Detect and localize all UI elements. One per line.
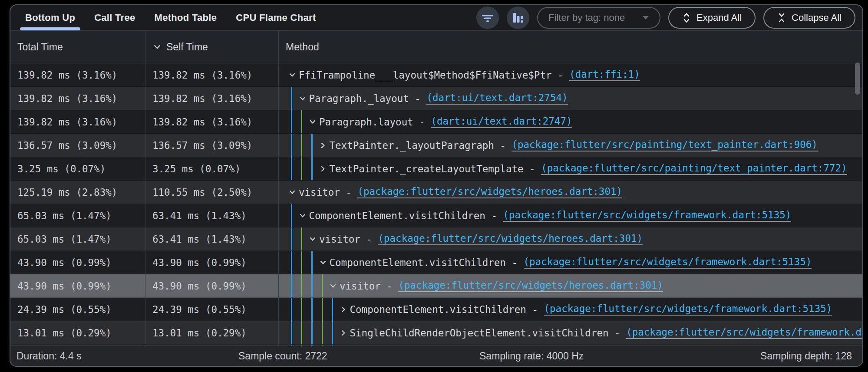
total-time-cell: 139.82 ms (3.16%) bbox=[10, 63, 145, 86]
vertical-scrollbar-thumb[interactable] bbox=[855, 63, 860, 95]
tab-method-table[interactable]: Method Table bbox=[145, 5, 227, 30]
tree-guide-line bbox=[291, 298, 292, 321]
method-name: ComponentElement.visitChildren bbox=[350, 304, 526, 315]
tree-guide-line bbox=[311, 157, 313, 180]
table-row[interactable]: 139.82 ms (3.16%)139.82 ms (3.16%)FfiTra… bbox=[10, 63, 862, 87]
chevron-down-icon[interactable] bbox=[319, 258, 327, 267]
total-time-cell: 13.01 ms (0.29%) bbox=[10, 321, 145, 344]
method-cell: visitor - (package:flutter/src/widgets/h… bbox=[279, 227, 862, 250]
tree-guide-line bbox=[291, 227, 292, 250]
chevron-down-icon[interactable] bbox=[329, 282, 337, 290]
table-row[interactable]: 65.03 ms (1.47%)63.41 ms (1.43%)visitor … bbox=[10, 227, 862, 251]
self-time-cell: 139.82 ms (3.16%) bbox=[145, 63, 279, 86]
chevron-right-icon[interactable] bbox=[319, 165, 327, 173]
method-name: FfiTrampoline___layout$Method$FfiNative$… bbox=[299, 69, 551, 81]
unfold-more-icon bbox=[682, 12, 691, 23]
table-row[interactable]: 65.03 ms (1.47%)63.41 ms (1.43%)Componen… bbox=[10, 204, 862, 227]
total-time-cell: 125.19 ms (2.83%) bbox=[10, 181, 145, 204]
method-name: visitor bbox=[340, 280, 381, 292]
chevron-down-icon[interactable] bbox=[298, 94, 307, 103]
tree-guide-line bbox=[311, 134, 313, 157]
method-cell: Paragraph._layout - (dart:ui/text.dart:2… bbox=[279, 87, 862, 110]
column-header-total-time[interactable]: Total Time bbox=[10, 31, 145, 63]
column-header-method[interactable]: Method bbox=[279, 31, 862, 63]
column-header-self-time[interactable]: Self Time bbox=[145, 31, 279, 63]
tree-guide-line bbox=[311, 274, 313, 297]
table-row[interactable]: 13.01 ms (0.29%)13.01 ms (0.29%)SingleCh… bbox=[10, 321, 862, 345]
source-link[interactable]: (package:flutter/src/widgets/framework.d… bbox=[503, 209, 792, 222]
display-options-button[interactable] bbox=[507, 7, 529, 29]
method-cell: ComponentElement.visitChildren - (packag… bbox=[279, 251, 862, 274]
table-row[interactable]: 43.90 ms (0.99%)43.90 ms (0.99%)visitor … bbox=[10, 274, 862, 298]
tab-bottom-up[interactable]: Bottom Up bbox=[16, 5, 85, 30]
method-separator: - bbox=[526, 304, 544, 315]
tab-call-tree[interactable]: Call Tree bbox=[85, 5, 145, 30]
tree-guide-line bbox=[291, 204, 292, 227]
tree-guide-line bbox=[291, 321, 292, 344]
self-time-cell: 63.41 ms (1.43%) bbox=[145, 204, 279, 227]
toolbar: Filter by tag: none Expand All bbox=[476, 7, 862, 29]
chevron-right-icon[interactable] bbox=[319, 141, 327, 150]
method-name: ComponentElement.visitChildren bbox=[330, 257, 506, 268]
source-link[interactable]: (package:flutter/src/widgets/heroes.dart… bbox=[398, 280, 663, 292]
filter-by-tag-label: Filter by tag: none bbox=[548, 12, 625, 23]
table-row[interactable]: 24.39 ms (0.55%)24.39 ms (0.55%)Componen… bbox=[10, 298, 862, 321]
tree-guide-line bbox=[332, 321, 333, 344]
source-link[interactable]: (dart:ui/text.dart:2747) bbox=[431, 115, 572, 128]
tree-guide-line bbox=[322, 298, 323, 321]
tab-cpu-flame-chart[interactable]: CPU Flame Chart bbox=[226, 5, 325, 30]
tab-bar: Bottom UpCall TreeMethod TableCPU Flame … bbox=[10, 5, 862, 30]
total-time-cell: 139.82 ms (3.16%) bbox=[10, 110, 145, 133]
method-separator: - bbox=[409, 93, 427, 104]
source-link[interactable]: (dart:ui/text.dart:2754) bbox=[426, 92, 568, 105]
tab-label: CPU Flame Chart bbox=[236, 12, 316, 23]
method-header-label: Method bbox=[286, 41, 319, 53]
table-row[interactable]: 139.82 ms (3.16%)139.82 ms (3.16%)Paragr… bbox=[10, 87, 862, 110]
table-row[interactable]: 3.25 ms (0.07%)3.25 ms (0.07%)TextPainte… bbox=[10, 157, 862, 181]
chevron-down-icon[interactable] bbox=[288, 71, 297, 79]
table-header: Total Time Self Time Method bbox=[10, 30, 862, 63]
chevron-down-icon[interactable] bbox=[288, 188, 297, 197]
self-time-cell: 139.82 ms (3.16%) bbox=[145, 87, 279, 110]
filter-button[interactable] bbox=[476, 7, 499, 29]
expand-all-label: Expand All bbox=[696, 12, 742, 23]
total-time-header-label: Total Time bbox=[17, 41, 63, 53]
source-link[interactable]: (package:flutter/src/widgets/heroes.dart… bbox=[357, 186, 622, 198]
source-link[interactable]: (package:flutter/src/widgets/framework.d… bbox=[626, 326, 862, 339]
method-cell: visitor - (package:flutter/src/widgets/h… bbox=[279, 274, 862, 297]
source-link[interactable]: (package:flutter/src/painting/text_paint… bbox=[541, 162, 847, 175]
chevron-down-icon[interactable] bbox=[308, 235, 317, 244]
total-time-cell: 139.82 ms (3.16%) bbox=[10, 87, 145, 110]
method-cell: Paragraph.layout - (dart:ui/text.dart:27… bbox=[279, 110, 862, 133]
method-separator: - bbox=[413, 116, 431, 128]
tree-guide-line bbox=[291, 87, 292, 110]
chevron-right-icon[interactable] bbox=[339, 329, 348, 337]
table-row[interactable]: 43.90 ms (0.99%)43.90 ms (0.99%)Componen… bbox=[10, 251, 862, 274]
expand-all-button[interactable]: Expand All bbox=[668, 7, 756, 29]
chevron-right-icon[interactable] bbox=[339, 305, 348, 314]
method-separator: - bbox=[551, 69, 569, 81]
table-row[interactable]: 125.19 ms (2.83%)110.55 ms (2.50%)visito… bbox=[10, 181, 862, 204]
table-row[interactable]: 136.57 ms (3.09%)136.57 ms (3.09%)TextPa… bbox=[10, 134, 862, 157]
source-link[interactable]: (dart:ffi:1) bbox=[569, 69, 640, 81]
source-link[interactable]: (package:flutter/src/widgets/framework.d… bbox=[544, 303, 832, 316]
status-footer: Duration: 4.4 s Sample count: 2722 Sampl… bbox=[10, 346, 862, 366]
chevron-down-icon[interactable] bbox=[298, 211, 307, 220]
method-separator: - bbox=[494, 140, 512, 151]
method-cell: ComponentElement.visitChildren - (packag… bbox=[279, 204, 862, 227]
bar-chart-icon bbox=[512, 12, 524, 23]
collapse-all-button[interactable]: Collapse All bbox=[763, 7, 855, 29]
sort-descending-icon bbox=[152, 42, 162, 52]
source-link[interactable]: (package:flutter/src/widgets/heroes.dart… bbox=[378, 233, 643, 245]
source-link[interactable]: (package:flutter/src/widgets/framework.d… bbox=[524, 256, 812, 269]
method-separator: - bbox=[609, 327, 627, 339]
chevron-down-icon[interactable] bbox=[308, 118, 317, 126]
table-row[interactable]: 139.82 ms (3.16%)139.82 ms (3.16%)Paragr… bbox=[10, 110, 862, 134]
filter-by-tag-dropdown[interactable]: Filter by tag: none bbox=[537, 7, 660, 29]
self-time-cell: 43.90 ms (0.99%) bbox=[145, 274, 279, 297]
source-link[interactable]: (package:flutter/src/painting/text_paint… bbox=[512, 139, 817, 151]
self-time-cell: 63.41 ms (1.43%) bbox=[145, 227, 279, 250]
tree-guide-line bbox=[291, 251, 292, 274]
method-cell: TextPainter._layoutParagraph - (package:… bbox=[279, 134, 862, 157]
self-time-cell: 43.90 ms (0.99%) bbox=[145, 251, 279, 274]
